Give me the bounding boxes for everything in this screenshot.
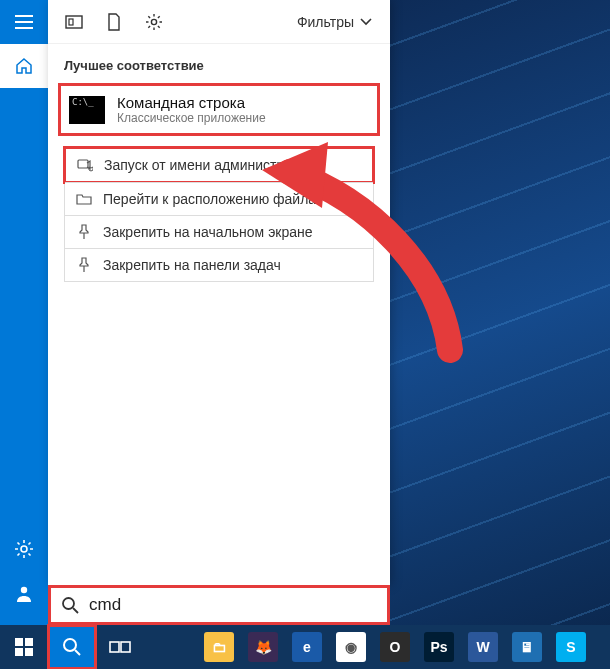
context-item-label: Закрепить на начальном экране — [103, 224, 313, 240]
photoshop-icon[interactable]: Ps — [424, 632, 454, 662]
best-match-title: Командная строка — [117, 94, 266, 111]
svg-rect-3 — [69, 19, 73, 25]
home-icon[interactable] — [0, 44, 48, 88]
remote-icon[interactable]: 🖥 — [512, 632, 542, 662]
svg-rect-7 — [15, 638, 23, 646]
svg-rect-5 — [78, 160, 88, 168]
svg-rect-8 — [25, 638, 33, 646]
folder-open-icon — [75, 191, 93, 207]
svg-rect-12 — [110, 642, 119, 652]
file-explorer-icon[interactable]: 🗀 — [204, 632, 234, 662]
context-item-folder-open[interactable]: Перейти к расположению файла — [65, 182, 373, 215]
start-button[interactable] — [0, 625, 48, 669]
section-best-match-title: Лучшее соответствие — [48, 44, 390, 83]
search-box[interactable] — [48, 585, 390, 625]
task-view-button[interactable] — [96, 625, 144, 669]
filters-label: Фильтры — [297, 14, 354, 30]
chrome-icon[interactable]: ◉ — [336, 632, 366, 662]
apps-scope-icon[interactable] — [54, 0, 94, 44]
context-item-admin-shield[interactable]: Запуск от имени администратора — [63, 146, 375, 184]
best-match-subtitle: Классическое приложение — [117, 111, 266, 125]
context-item-label: Перейти к расположению файла — [103, 191, 316, 207]
hamburger-button[interactable] — [0, 0, 48, 44]
svg-point-1 — [21, 587, 27, 593]
filters-dropdown[interactable]: Фильтры — [285, 14, 384, 30]
svg-rect-9 — [15, 648, 23, 656]
context-item-pin-taskbar[interactable]: Закрепить на панели задач — [65, 248, 373, 281]
svg-point-0 — [21, 546, 27, 552]
context-item-pin-start[interactable]: Закрепить на начальном экране — [65, 215, 373, 248]
taskbar: 🗀🦊e◉OPsW🖥S — [0, 625, 610, 669]
best-match-result[interactable]: C:\_ Командная строка Классическое прило… — [58, 83, 380, 136]
svg-point-4 — [151, 19, 156, 24]
chevron-down-icon — [360, 18, 372, 26]
svg-point-6 — [63, 598, 74, 609]
context-item-label: Закрепить на панели задач — [103, 257, 281, 273]
settings-gear-icon[interactable] — [0, 527, 48, 571]
edge-icon[interactable]: e — [292, 632, 322, 662]
firefox-icon[interactable]: 🦊 — [248, 632, 278, 662]
context-item-label: Запуск от имени администратора — [104, 157, 321, 173]
svg-rect-10 — [25, 648, 33, 656]
svg-point-11 — [64, 639, 76, 651]
cmd-thumbnail-icon: C:\_ — [69, 96, 105, 124]
search-icon — [61, 596, 79, 614]
search-results-panel: Фильтры Лучшее соответствие C:\_ Командн… — [48, 0, 390, 585]
taskbar-search-button[interactable] — [48, 625, 96, 669]
settings-scope-icon[interactable] — [134, 0, 174, 44]
context-menu: Запуск от имени администратораПерейти к … — [64, 148, 374, 282]
skype-icon[interactable]: S — [556, 632, 586, 662]
opera-icon[interactable]: O — [380, 632, 410, 662]
search-input[interactable] — [89, 595, 377, 615]
admin-shield-icon — [76, 157, 94, 173]
panel-header: Фильтры — [48, 0, 390, 44]
documents-scope-icon[interactable] — [94, 0, 134, 44]
word-icon[interactable]: W — [468, 632, 498, 662]
user-account-icon[interactable] — [0, 571, 48, 615]
pin-start-icon — [75, 224, 93, 240]
pin-taskbar-icon — [75, 257, 93, 273]
svg-rect-13 — [121, 642, 130, 652]
start-left-rail — [0, 0, 48, 625]
